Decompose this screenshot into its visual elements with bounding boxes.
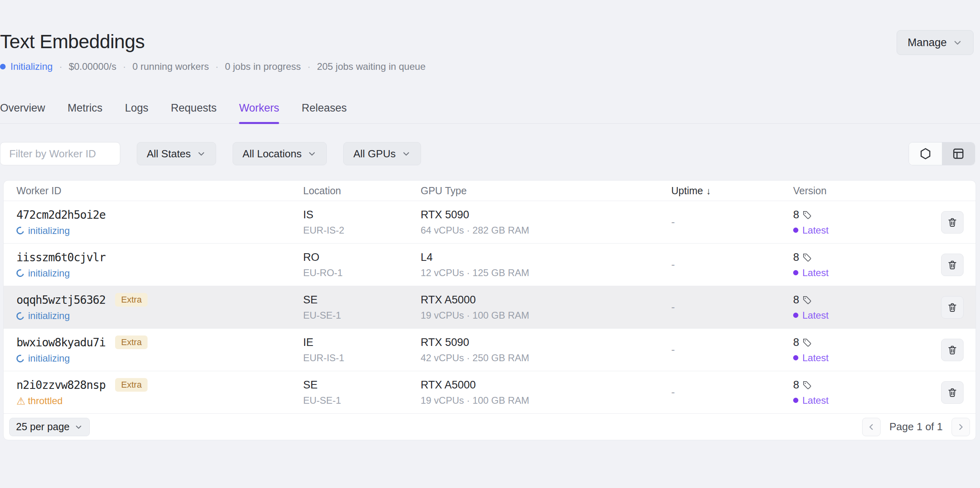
tab-requests[interactable]: Requests <box>171 102 217 123</box>
chevron-right-icon <box>956 422 966 432</box>
delete-worker-button[interactable] <box>941 296 964 319</box>
spinner-icon <box>15 226 26 236</box>
delete-worker-button[interactable] <box>941 211 964 234</box>
worker-state-label: initializing <box>28 310 70 321</box>
next-page-button[interactable] <box>952 418 970 436</box>
delete-worker-button[interactable] <box>941 339 964 361</box>
release-dot-icon <box>793 228 798 233</box>
release-dot-icon <box>793 270 798 275</box>
worker-state: initializing <box>16 225 303 236</box>
version-number: 8 <box>793 336 799 349</box>
table-row[interactable]: bwxiow8kyadu7i Extra initializing IE EUR… <box>4 328 976 371</box>
uptime-cell: - <box>671 216 793 228</box>
gpus-filter-dropdown[interactable]: All GPUs <box>343 142 421 165</box>
page-indicator: Page 1 of 1 <box>889 421 943 433</box>
status-dot-icon <box>0 64 6 69</box>
worker-state: ⚠ throttled <box>16 395 303 407</box>
tab-bar: Overview Metrics Logs Requests Workers R… <box>0 102 980 124</box>
table-header-row: Worker ID Location GPU Type Uptime↓ Vers… <box>4 181 976 201</box>
table-row[interactable]: iisszm6t0cjvlr initializing RO EU-RO-1 L… <box>4 243 976 286</box>
delete-worker-button[interactable] <box>941 381 964 404</box>
worker-id: bwxiow8kyadu7i <box>16 336 105 349</box>
worker-id-cell: 472cm2d2h5oi2e initializing <box>16 208 303 236</box>
column-header-worker-id[interactable]: Worker ID <box>16 185 303 197</box>
row-actions <box>941 339 964 361</box>
page-size-dropdown[interactable]: 25 per page <box>9 418 90 436</box>
table-row[interactable]: n2i0zzvw828nsp Extra ⚠ throttled SE EU-S… <box>4 371 976 413</box>
separator: · <box>59 61 62 72</box>
spinner-icon <box>15 353 26 364</box>
tab-logs[interactable]: Logs <box>125 102 149 123</box>
worker-id-cell: iisszm6t0cjvlr initializing <box>16 251 303 279</box>
locations-filter-dropdown[interactable]: All Locations <box>233 142 327 165</box>
warning-icon: ⚠ <box>16 396 25 406</box>
location-country: SE <box>303 294 421 306</box>
column-header-location[interactable]: Location <box>303 185 421 197</box>
separator: · <box>307 61 310 72</box>
trash-icon <box>947 344 958 356</box>
location-cell: IS EUR-IS-2 <box>303 209 421 236</box>
table-view-button[interactable] <box>942 142 975 165</box>
gpu-specs: 19 vCPUs · 100 GB RAM <box>421 310 671 321</box>
version-number: 8 <box>793 251 799 264</box>
release-dot-icon <box>793 355 798 360</box>
column-header-uptime[interactable]: Uptime↓ <box>671 185 793 197</box>
worker-id-filter-input[interactable] <box>0 142 120 165</box>
pagination: Page 1 of 1 <box>862 418 970 436</box>
tab-workers[interactable]: Workers <box>239 102 279 123</box>
uptime-header-label: Uptime <box>671 185 703 196</box>
tab-overview[interactable]: Overview <box>0 102 45 123</box>
worker-state: initializing <box>16 310 303 321</box>
chevron-down-icon <box>196 149 206 159</box>
previous-page-button[interactable] <box>862 418 881 436</box>
delete-worker-button[interactable] <box>941 254 964 276</box>
uptime-cell: - <box>671 386 793 399</box>
worker-id-cell: oqqh5wztj56362 Extra initializing <box>16 293 303 321</box>
gpu-type: L4 <box>421 251 671 264</box>
worker-state: initializing <box>16 268 303 279</box>
tab-metrics[interactable]: Metrics <box>68 102 103 123</box>
status-state[interactable]: Initializing <box>0 61 53 72</box>
chevron-down-icon <box>401 149 411 159</box>
gpu-type: RTX 5090 <box>421 209 671 221</box>
row-actions <box>941 254 964 276</box>
uptime-cell: - <box>671 258 793 271</box>
worker-id: iisszm6t0cjvlr <box>16 251 105 264</box>
worker-id-cell: n2i0zzvw828nsp Extra ⚠ throttled <box>16 378 303 407</box>
location-code: EU-SE-1 <box>303 395 421 406</box>
column-header-version[interactable]: Version <box>793 185 940 197</box>
chevron-down-icon <box>307 149 317 159</box>
release-label: Latest <box>793 352 940 364</box>
gpu-type: RTX A5000 <box>421 379 671 391</box>
extra-badge: Extra <box>115 293 148 307</box>
states-filter-dropdown[interactable]: All States <box>137 142 216 165</box>
extra-badge: Extra <box>115 378 148 392</box>
hexagon-view-button[interactable] <box>909 142 942 165</box>
trash-icon <box>947 217 958 228</box>
release-dot-icon <box>793 313 798 318</box>
table-row[interactable]: 472cm2d2h5oi2e initializing IS EUR-IS-2 … <box>4 201 976 243</box>
worker-id: n2i0zzvw828nsp <box>16 378 105 392</box>
column-header-gpu-type[interactable]: GPU Type <box>421 185 671 197</box>
tag-icon <box>802 210 812 220</box>
running-workers-count: 0 running workers <box>132 61 209 72</box>
chevron-down-icon <box>952 37 963 48</box>
tab-releases[interactable]: Releases <box>302 102 347 123</box>
page-size-label: 25 per page <box>16 421 69 433</box>
uptime-cell: - <box>671 301 793 313</box>
location-cell: SE EU-SE-1 <box>303 294 421 321</box>
table-row[interactable]: oqqh5wztj56362 Extra initializing SE EU-… <box>4 286 976 328</box>
manage-button-label: Manage <box>907 37 947 49</box>
worker-state-label: initializing <box>28 225 70 236</box>
uptime-cell: - <box>671 344 793 356</box>
trash-icon <box>947 387 958 398</box>
location-cell: IE EUR-IS-1 <box>303 336 421 364</box>
worker-state-label: throttled <box>28 395 63 407</box>
gpu-cell: RTX 5090 64 vCPUs · 282 GB RAM <box>421 209 671 236</box>
manage-button[interactable]: Manage <box>897 30 974 55</box>
states-filter-label: All States <box>147 148 191 160</box>
gpu-cell: L4 12 vCPUs · 125 GB RAM <box>421 251 671 279</box>
version-cell: 8 Latest <box>793 251 940 279</box>
row-actions <box>941 296 964 319</box>
version-cell: 8 Latest <box>793 209 940 236</box>
